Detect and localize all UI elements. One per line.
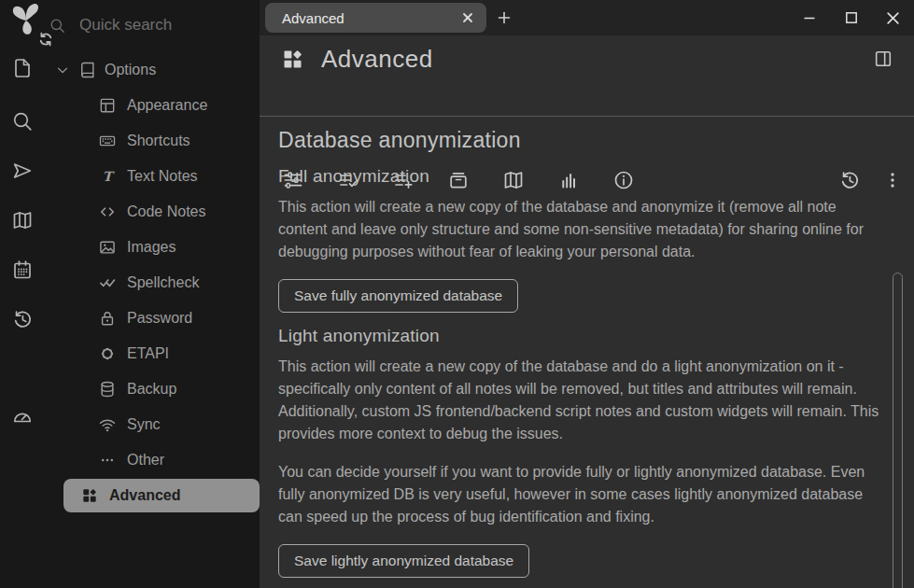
tree-item-advanced[interactable]: Advanced bbox=[63, 479, 260, 512]
tree-item-spellcheck[interactable]: Spellcheck bbox=[45, 265, 260, 301]
history-icon bbox=[11, 308, 34, 330]
image-icon bbox=[98, 238, 117, 257]
ellipsis-icon bbox=[98, 451, 117, 469]
lock-icon bbox=[98, 309, 117, 328]
search-icon bbox=[11, 110, 34, 133]
tree-item-label: ETAPI bbox=[127, 345, 169, 362]
keyboard-icon bbox=[98, 132, 117, 150]
tree-item-password[interactable]: Password bbox=[45, 301, 260, 336]
tab-bar: Advanced bbox=[260, 0, 914, 35]
note-title[interactable]: Advanced bbox=[321, 45, 433, 74]
tree-item-appearance[interactable]: Appearance bbox=[45, 88, 260, 123]
minimize-icon bbox=[803, 11, 816, 24]
tree-item-images[interactable]: Images bbox=[45, 230, 260, 265]
new-tab-icon[interactable] bbox=[496, 9, 513, 26]
tree-item-options[interactable]: Options bbox=[45, 52, 260, 88]
tree-item-backup[interactable]: Backup bbox=[45, 371, 260, 407]
tree-item-label: Advanced bbox=[109, 487, 180, 504]
page-heading: Database anonymization bbox=[278, 128, 895, 153]
database-icon bbox=[98, 380, 117, 399]
tree-item-label: Code Notes bbox=[127, 203, 206, 220]
tree-item-label: Password bbox=[127, 310, 192, 327]
jump-to-note-button[interactable] bbox=[11, 160, 34, 182]
tree-item-label: Shortcuts bbox=[127, 133, 190, 149]
quick-search-placeholder: Quick search bbox=[79, 16, 172, 35]
map-icon bbox=[11, 209, 34, 231]
note-map-button[interactable] bbox=[11, 209, 34, 231]
code-icon bbox=[98, 203, 117, 221]
section-paragraph: You can decide yourself if you want to p… bbox=[278, 461, 885, 528]
tree-item-other[interactable]: Other bbox=[45, 442, 260, 478]
tree-item-shortcuts[interactable]: Shortcuts bbox=[45, 123, 260, 159]
tree-item-label: Options bbox=[105, 62, 156, 78]
tree-item-label: Sync bbox=[127, 416, 161, 433]
metrics-button[interactable] bbox=[11, 405, 34, 427]
wifi-icon bbox=[98, 415, 117, 434]
section-heading-full: Full anonymization bbox=[278, 166, 895, 187]
ribbon-toolbar bbox=[260, 82, 914, 116]
tree-item-text-notes[interactable]: T Text Notes bbox=[45, 159, 260, 194]
maximize-icon bbox=[845, 11, 858, 24]
layout-icon bbox=[98, 96, 117, 115]
close-icon bbox=[886, 11, 900, 25]
toggle-right-pane-button[interactable] bbox=[873, 49, 893, 69]
badge-icon bbox=[98, 344, 117, 363]
search-button[interactable] bbox=[11, 110, 34, 133]
new-note-icon bbox=[11, 57, 34, 79]
section-heading-light: Light anonymization bbox=[278, 326, 895, 346]
text-icon: T bbox=[98, 167, 117, 186]
note-grid-icon bbox=[280, 47, 305, 72]
gauge-icon bbox=[11, 405, 34, 427]
tree-item-code-notes[interactable]: Code Notes bbox=[45, 194, 260, 230]
tree-item-label: Appearance bbox=[127, 97, 207, 114]
sidebar: Quick search bbox=[0, 0, 260, 588]
save-lightly-anonymized-button[interactable]: Save lightly anonymized database bbox=[278, 544, 529, 578]
section-paragraph: This action will create a new copy of th… bbox=[278, 196, 885, 263]
window-close-button[interactable] bbox=[872, 0, 914, 35]
tree-item-label: Text Notes bbox=[127, 168, 198, 185]
calendar-icon bbox=[11, 259, 34, 281]
spellcheck-icon bbox=[98, 273, 117, 292]
send-icon bbox=[11, 160, 34, 182]
quick-search-input[interactable]: Quick search bbox=[49, 7, 256, 43]
chevron-down-icon[interactable] bbox=[54, 62, 71, 78]
svg-text:T: T bbox=[103, 169, 115, 184]
calendar-button[interactable] bbox=[11, 259, 34, 281]
note-title-row: Advanced bbox=[260, 35, 914, 82]
window-maximize-button[interactable] bbox=[830, 0, 872, 35]
window-minimize-button[interactable] bbox=[788, 0, 830, 35]
grid-icon bbox=[80, 486, 99, 505]
trilium-logo[interactable] bbox=[7, 0, 54, 54]
recent-changes-button[interactable] bbox=[11, 308, 34, 330]
search-icon bbox=[49, 17, 66, 35]
main-pane: Advanced bbox=[260, 0, 914, 588]
note-content: Database anonymization Full anonymizatio… bbox=[260, 117, 914, 588]
save-fully-anonymized-button[interactable]: Save fully anonymized database bbox=[278, 279, 518, 313]
book-icon bbox=[78, 61, 97, 79]
tab-label: Advanced bbox=[282, 10, 345, 26]
scrollbar-thumb[interactable] bbox=[893, 273, 903, 588]
tab-close-icon[interactable] bbox=[460, 10, 475, 25]
tree-item-label: Other bbox=[127, 452, 164, 469]
tree-item-sync[interactable]: Sync bbox=[45, 407, 260, 442]
tree-item-label: Spellcheck bbox=[127, 274, 199, 291]
tree-item-label: Images bbox=[127, 239, 176, 256]
section-paragraph: This action will create a new copy of th… bbox=[278, 356, 885, 445]
tab-advanced[interactable]: Advanced bbox=[265, 3, 486, 33]
new-note-button[interactable] bbox=[11, 57, 34, 79]
window-controls bbox=[788, 0, 914, 35]
tree-item-label: Backup bbox=[127, 381, 176, 398]
tree-item-etapi[interactable]: ETAPI bbox=[45, 336, 260, 371]
